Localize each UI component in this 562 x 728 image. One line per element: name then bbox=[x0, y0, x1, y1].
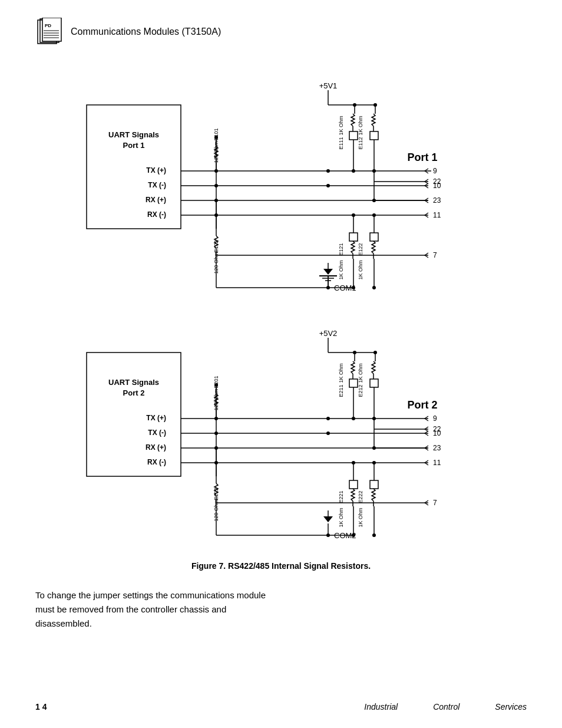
svg-point-90 bbox=[326, 286, 330, 289]
svg-text:UART Signals: UART Signals bbox=[108, 378, 159, 387]
svg-point-199 bbox=[372, 533, 376, 537]
svg-point-61 bbox=[372, 169, 376, 173]
svg-text:7: 7 bbox=[433, 499, 437, 507]
svg-rect-151 bbox=[370, 379, 378, 387]
svg-rect-95 bbox=[349, 233, 358, 241]
page: PD Communications Modules (T3150A) UART … bbox=[0, 0, 562, 728]
svg-point-195 bbox=[372, 461, 376, 465]
svg-point-106 bbox=[372, 286, 376, 289]
svg-text:TX  (+): TX (+) bbox=[146, 414, 166, 422]
footer-right: Industrial Control Services bbox=[364, 702, 527, 711]
svg-text:7: 7 bbox=[433, 251, 437, 259]
svg-text:23: 23 bbox=[433, 196, 441, 205]
svg-text:Port  1: Port 1 bbox=[123, 141, 145, 150]
svg-text:1K Ohm: 1K Ohm bbox=[358, 260, 363, 279]
svg-marker-86 bbox=[323, 269, 333, 275]
svg-rect-96 bbox=[370, 233, 378, 241]
svg-text:UART Signals: UART Signals bbox=[108, 130, 159, 139]
document-icon: PD bbox=[35, 18, 64, 46]
footer: 1 4 Industrial Control Services bbox=[35, 702, 527, 711]
footer-col3: Services bbox=[495, 702, 527, 711]
svg-rect-107 bbox=[87, 353, 181, 476]
svg-text:1K Ohm: 1K Ohm bbox=[358, 116, 363, 135]
svg-rect-51 bbox=[349, 131, 358, 140]
svg-rect-188 bbox=[349, 480, 358, 489]
svg-text:E121: E121 bbox=[338, 243, 344, 255]
svg-text:E212: E212 bbox=[358, 384, 363, 397]
svg-text:RX  (-): RX (-) bbox=[147, 210, 166, 219]
svg-text:1K Ohm: 1K Ohm bbox=[338, 116, 344, 135]
svg-text:TX  (+): TX (+) bbox=[146, 166, 166, 174]
body-text: To change the jumper settings the commun… bbox=[35, 588, 283, 631]
svg-rect-189 bbox=[370, 480, 378, 489]
svg-text:11: 11 bbox=[433, 211, 441, 219]
svg-point-100 bbox=[352, 213, 355, 217]
svg-point-193 bbox=[352, 461, 355, 465]
port1-diagram: UART Signals Port 1 TX (+) TX (-) RX (+)… bbox=[75, 58, 487, 305]
svg-text:RX  (+): RX (+) bbox=[146, 443, 166, 452]
page-title: Communications Modules (T3150A) bbox=[71, 27, 221, 37]
svg-text:PD: PD bbox=[45, 23, 51, 28]
svg-text:Port  2: Port 2 bbox=[407, 399, 437, 411]
svg-text:11: 11 bbox=[433, 459, 441, 467]
svg-text:1K Ohm: 1K Ohm bbox=[338, 508, 344, 527]
svg-point-43 bbox=[353, 103, 356, 107]
diagram-area: UART Signals Port 1 TX (+) TX (-) RX (+)… bbox=[35, 58, 527, 582]
svg-text:E221: E221 bbox=[338, 490, 344, 503]
svg-text:23: 23 bbox=[433, 444, 441, 452]
svg-text:RX  (-): RX (-) bbox=[147, 458, 166, 466]
footer-col1: Industrial bbox=[364, 702, 398, 711]
svg-point-197 bbox=[352, 533, 355, 537]
svg-point-143 bbox=[373, 351, 377, 354]
svg-text:RX  (+): RX (+) bbox=[146, 196, 166, 204]
svg-text:TX  (-): TX (-) bbox=[148, 181, 166, 189]
svg-text:+5V2: +5V2 bbox=[319, 329, 338, 338]
svg-text:1K Ohm: 1K Ohm bbox=[358, 508, 363, 527]
svg-text:E111: E111 bbox=[338, 137, 344, 149]
svg-point-142 bbox=[353, 351, 356, 354]
svg-marker-179 bbox=[323, 516, 333, 522]
svg-point-159 bbox=[372, 417, 376, 420]
svg-text:Port  2: Port 2 bbox=[123, 388, 145, 397]
svg-point-44 bbox=[373, 103, 377, 107]
svg-text:10: 10 bbox=[433, 429, 441, 437]
svg-point-104 bbox=[352, 286, 355, 289]
svg-text:E211: E211 bbox=[338, 384, 344, 397]
svg-text:Port  1: Port 1 bbox=[407, 151, 437, 163]
svg-rect-150 bbox=[349, 379, 358, 387]
svg-text:1K Ohm: 1K Ohm bbox=[338, 260, 344, 279]
svg-text:E122: E122 bbox=[358, 243, 363, 255]
port2-diagram: UART Signals Port 2 TX (+) TX (-) RX (+)… bbox=[75, 305, 487, 553]
header: PD Communications Modules (T3150A) bbox=[35, 18, 527, 46]
svg-text:9: 9 bbox=[433, 167, 437, 175]
footer-page-number: 1 4 bbox=[35, 702, 47, 711]
svg-text:9: 9 bbox=[433, 414, 437, 423]
svg-point-183 bbox=[326, 533, 330, 537]
svg-text:1K Ohm: 1K Ohm bbox=[338, 363, 344, 383]
figure-caption: Figure 7. RS422/485 Internal Signal Resi… bbox=[191, 561, 371, 571]
svg-rect-8 bbox=[87, 105, 181, 229]
svg-text:TX  (-): TX (-) bbox=[148, 429, 166, 437]
svg-text:1K Ohm: 1K Ohm bbox=[358, 363, 363, 383]
svg-text:+5V1: +5V1 bbox=[319, 81, 338, 90]
footer-col2: Control bbox=[433, 702, 459, 711]
svg-text:E112: E112 bbox=[358, 137, 363, 149]
svg-point-102 bbox=[372, 213, 376, 217]
svg-text:10: 10 bbox=[433, 182, 441, 190]
svg-text:E222: E222 bbox=[358, 490, 363, 503]
svg-rect-52 bbox=[370, 131, 378, 140]
